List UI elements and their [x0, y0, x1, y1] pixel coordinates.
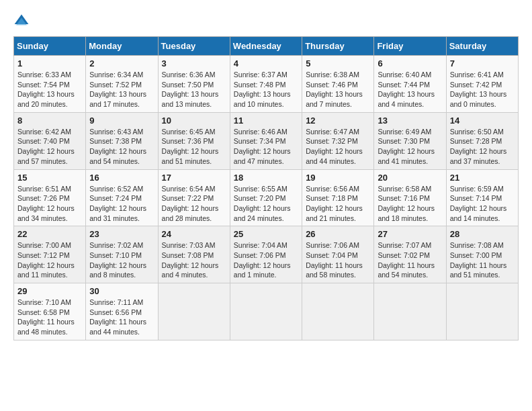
calendar-cell: 25Sunrise: 7:04 AMSunset: 7:06 PMDayligh…: [230, 226, 302, 283]
day-info: Sunrise: 6:47 AMSunset: 7:32 PMDaylight:…: [306, 127, 370, 167]
calendar-cell: 21Sunrise: 6:59 AMSunset: 7:14 PMDayligh…: [446, 169, 518, 226]
calendar-cell: [302, 283, 374, 340]
calendar-cell: 17Sunrise: 6:54 AMSunset: 7:22 PMDayligh…: [158, 169, 230, 226]
calendar-cell: 19Sunrise: 6:56 AMSunset: 7:18 PMDayligh…: [302, 169, 374, 226]
day-info: Sunrise: 7:04 AMSunset: 7:06 PMDaylight:…: [234, 240, 298, 280]
day-number: 1: [17, 58, 82, 68]
calendar-table: SundayMondayTuesdayWednesdayThursdayFrid…: [13, 36, 519, 340]
day-info: Sunrise: 7:08 AMSunset: 7:00 PMDaylight:…: [450, 240, 515, 280]
day-number: 7: [450, 58, 515, 68]
calendar-cell: [230, 283, 302, 340]
day-number: 22: [17, 229, 82, 239]
calendar-cell: 10Sunrise: 6:45 AMSunset: 7:36 PMDayligh…: [158, 112, 230, 169]
day-number: 19: [306, 173, 370, 183]
calendar-week-row: 8Sunrise: 6:42 AMSunset: 7:40 PMDaylight…: [14, 112, 519, 169]
day-info: Sunrise: 7:07 AMSunset: 7:02 PMDaylight:…: [378, 240, 442, 280]
calendar-cell: 5Sunrise: 6:38 AMSunset: 7:46 PMDaylight…: [302, 56, 374, 113]
calendar-cell: 3Sunrise: 6:36 AMSunset: 7:50 PMDaylight…: [158, 56, 230, 113]
header-friday: Friday: [374, 37, 446, 56]
logo-icon: [13, 13, 30, 30]
day-number: 3: [162, 58, 226, 68]
header-tuesday: Tuesday: [158, 37, 230, 56]
calendar-cell: 14Sunrise: 6:50 AMSunset: 7:28 PMDayligh…: [446, 112, 518, 169]
day-info: Sunrise: 6:40 AMSunset: 7:44 PMDaylight:…: [378, 70, 442, 109]
header-thursday: Thursday: [302, 37, 374, 56]
header-saturday: Saturday: [446, 37, 518, 56]
calendar-cell: 1Sunrise: 6:33 AMSunset: 7:54 PMDaylight…: [14, 56, 86, 113]
calendar-cell: 4Sunrise: 6:37 AMSunset: 7:48 PMDaylight…: [230, 56, 302, 113]
day-info: Sunrise: 7:02 AMSunset: 7:10 PMDaylight:…: [89, 240, 154, 280]
day-number: 28: [450, 229, 515, 239]
day-number: 13: [378, 116, 442, 126]
calendar-week-row: 22Sunrise: 7:00 AMSunset: 7:12 PMDayligh…: [14, 226, 519, 283]
day-number: 8: [17, 116, 82, 126]
calendar-cell: 30Sunrise: 7:11 AMSunset: 6:56 PMDayligh…: [86, 283, 158, 340]
day-info: Sunrise: 6:45 AMSunset: 7:36 PMDaylight:…: [162, 127, 226, 167]
day-number: 4: [234, 58, 298, 68]
day-number: 23: [89, 229, 154, 239]
day-number: 14: [450, 116, 515, 126]
day-info: Sunrise: 6:52 AMSunset: 7:24 PMDaylight:…: [89, 184, 154, 224]
day-info: Sunrise: 6:42 AMSunset: 7:40 PMDaylight:…: [17, 127, 82, 167]
day-info: Sunrise: 7:06 AMSunset: 7:04 PMDaylight:…: [306, 240, 370, 280]
header-monday: Monday: [86, 37, 158, 56]
calendar-cell: 8Sunrise: 6:42 AMSunset: 7:40 PMDaylight…: [14, 112, 86, 169]
day-info: Sunrise: 6:58 AMSunset: 7:16 PMDaylight:…: [378, 184, 442, 224]
day-info: Sunrise: 6:51 AMSunset: 7:26 PMDaylight:…: [17, 184, 82, 224]
calendar-cell: 24Sunrise: 7:03 AMSunset: 7:08 PMDayligh…: [158, 226, 230, 283]
calendar-cell: [446, 283, 518, 340]
logo: [13, 13, 32, 30]
day-number: 2: [89, 58, 154, 68]
calendar-cell: [374, 283, 446, 340]
calendar-week-row: 15Sunrise: 6:51 AMSunset: 7:26 PMDayligh…: [14, 169, 519, 226]
day-info: Sunrise: 6:49 AMSunset: 7:30 PMDaylight:…: [378, 127, 442, 167]
day-number: 15: [17, 173, 82, 183]
day-number: 30: [89, 286, 154, 296]
day-info: Sunrise: 6:38 AMSunset: 7:46 PMDaylight:…: [306, 70, 370, 109]
calendar-cell: 20Sunrise: 6:58 AMSunset: 7:16 PMDayligh…: [374, 169, 446, 226]
day-info: Sunrise: 6:46 AMSunset: 7:34 PMDaylight:…: [234, 127, 298, 167]
day-number: 16: [89, 173, 154, 183]
calendar-cell: 26Sunrise: 7:06 AMSunset: 7:04 PMDayligh…: [302, 226, 374, 283]
day-number: 5: [306, 58, 370, 68]
day-number: 11: [234, 116, 298, 126]
day-number: 27: [378, 229, 442, 239]
page-header: [13, 13, 519, 30]
day-number: 18: [234, 173, 298, 183]
calendar-cell: 9Sunrise: 6:43 AMSunset: 7:38 PMDaylight…: [86, 112, 158, 169]
day-number: 24: [162, 229, 226, 239]
calendar-cell: 28Sunrise: 7:08 AMSunset: 7:00 PMDayligh…: [446, 226, 518, 283]
calendar-cell: 15Sunrise: 6:51 AMSunset: 7:26 PMDayligh…: [14, 169, 86, 226]
day-number: 10: [162, 116, 226, 126]
calendar-week-row: 29Sunrise: 7:10 AMSunset: 6:58 PMDayligh…: [14, 283, 519, 340]
day-info: Sunrise: 7:11 AMSunset: 6:56 PMDaylight:…: [89, 298, 154, 337]
day-info: Sunrise: 6:34 AMSunset: 7:52 PMDaylight:…: [89, 70, 154, 109]
day-info: Sunrise: 6:56 AMSunset: 7:18 PMDaylight:…: [306, 184, 370, 224]
calendar-cell: 23Sunrise: 7:02 AMSunset: 7:10 PMDayligh…: [86, 226, 158, 283]
day-info: Sunrise: 6:54 AMSunset: 7:22 PMDaylight:…: [162, 184, 226, 224]
day-info: Sunrise: 7:00 AMSunset: 7:12 PMDaylight:…: [17, 240, 82, 280]
day-number: 12: [306, 116, 370, 126]
calendar-cell: 13Sunrise: 6:49 AMSunset: 7:30 PMDayligh…: [374, 112, 446, 169]
calendar-week-row: 1Sunrise: 6:33 AMSunset: 7:54 PMDaylight…: [14, 56, 519, 113]
day-info: Sunrise: 6:41 AMSunset: 7:42 PMDaylight:…: [450, 70, 515, 109]
day-number: 9: [89, 116, 154, 126]
calendar-cell: 11Sunrise: 6:46 AMSunset: 7:34 PMDayligh…: [230, 112, 302, 169]
day-number: 26: [306, 229, 370, 239]
day-info: Sunrise: 6:37 AMSunset: 7:48 PMDaylight:…: [234, 70, 298, 109]
calendar-cell: 22Sunrise: 7:00 AMSunset: 7:12 PMDayligh…: [14, 226, 86, 283]
calendar-cell: 12Sunrise: 6:47 AMSunset: 7:32 PMDayligh…: [302, 112, 374, 169]
day-number: 17: [162, 173, 226, 183]
day-number: 20: [378, 173, 442, 183]
calendar-cell: 6Sunrise: 6:40 AMSunset: 7:44 PMDaylight…: [374, 56, 446, 113]
day-number: 29: [17, 286, 82, 296]
calendar-cell: 29Sunrise: 7:10 AMSunset: 6:58 PMDayligh…: [14, 283, 86, 340]
header-wednesday: Wednesday: [230, 37, 302, 56]
calendar-cell: 2Sunrise: 6:34 AMSunset: 7:52 PMDaylight…: [86, 56, 158, 113]
calendar-cell: 18Sunrise: 6:55 AMSunset: 7:20 PMDayligh…: [230, 169, 302, 226]
day-info: Sunrise: 6:33 AMSunset: 7:54 PMDaylight:…: [17, 70, 82, 109]
day-info: Sunrise: 7:10 AMSunset: 6:58 PMDaylight:…: [17, 298, 82, 337]
day-info: Sunrise: 6:43 AMSunset: 7:38 PMDaylight:…: [89, 127, 154, 167]
calendar-cell: 16Sunrise: 6:52 AMSunset: 7:24 PMDayligh…: [86, 169, 158, 226]
calendar-cell: 27Sunrise: 7:07 AMSunset: 7:02 PMDayligh…: [374, 226, 446, 283]
